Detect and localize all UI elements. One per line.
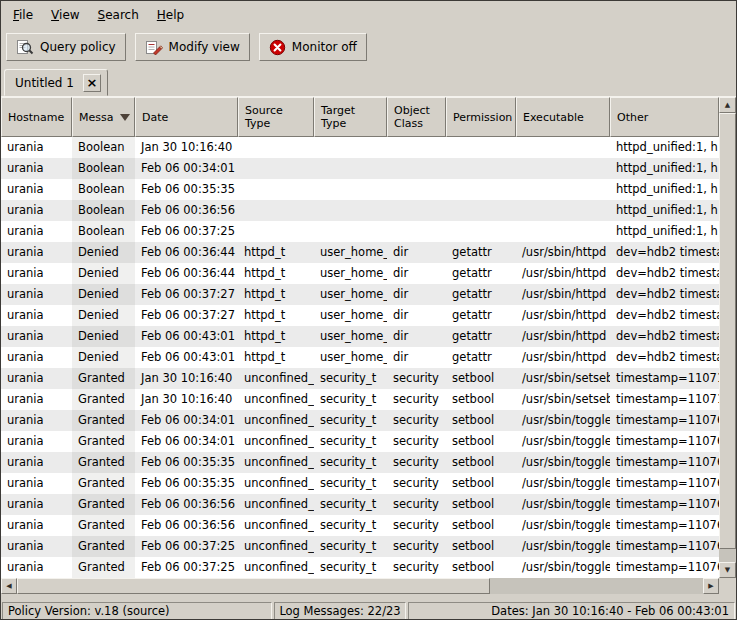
cell-message[interactable]: Granted — [72, 452, 135, 473]
column-header-object-class[interactable]: Object Class — [387, 97, 446, 137]
cell-hostname[interactable]: urania — [1, 221, 72, 242]
cell-hostname[interactable]: urania — [1, 200, 72, 221]
cell-source_type[interactable] — [238, 158, 314, 179]
cell-object_class[interactable]: security — [387, 557, 446, 578]
cell-source_type[interactable]: httpd_t — [238, 326, 314, 347]
cell-message[interactable]: Denied — [72, 263, 135, 284]
cell-date[interactable]: Jan 30 10:16:40 — [135, 389, 238, 410]
cell-source_type[interactable]: unconfined_ — [238, 557, 314, 578]
cell-hostname[interactable]: urania — [1, 179, 72, 200]
cell-permission[interactable]: getattr — [446, 284, 516, 305]
cell-message[interactable]: Granted — [72, 389, 135, 410]
cell-date[interactable]: Feb 06 00:37:25 — [135, 536, 238, 557]
cell-hostname[interactable]: urania — [1, 452, 72, 473]
cell-source_type[interactable]: httpd_t — [238, 347, 314, 368]
cell-other[interactable]: dev=hdb2 timesta — [610, 263, 719, 284]
log-row[interactable]: uraniaGrantedFeb 06 00:36:56unconfined_s… — [1, 515, 719, 536]
cell-executable[interactable]: /usr/sbin/toggle — [516, 431, 610, 452]
cell-permission[interactable]: getattr — [446, 263, 516, 284]
cell-source_type[interactable]: unconfined_ — [238, 389, 314, 410]
cell-object_class[interactable] — [387, 137, 446, 158]
cell-other[interactable]: httpd_unified:1, h — [610, 200, 719, 221]
cell-date[interactable]: Feb 06 00:35:35 — [135, 452, 238, 473]
cell-target_type[interactable] — [314, 158, 387, 179]
cell-permission[interactable]: setbool — [446, 452, 516, 473]
cell-message[interactable]: Boolean — [72, 221, 135, 242]
cell-message[interactable]: Denied — [72, 284, 135, 305]
cell-source_type[interactable]: unconfined_ — [238, 368, 314, 389]
cell-message[interactable]: Denied — [72, 347, 135, 368]
cell-executable[interactable]: /usr/sbin/toggle — [516, 452, 610, 473]
cell-permission[interactable]: getattr — [446, 242, 516, 263]
log-row[interactable]: uraniaBooleanFeb 06 00:34:01httpd_unifie… — [1, 158, 719, 179]
cell-permission[interactable]: setbool — [446, 515, 516, 536]
cell-object_class[interactable]: security — [387, 494, 446, 515]
cell-hostname[interactable]: urania — [1, 389, 72, 410]
cell-other[interactable]: timestamp=11071 — [610, 389, 719, 410]
cell-object_class[interactable]: dir — [387, 305, 446, 326]
cell-other[interactable]: timestamp=11076 — [610, 410, 719, 431]
cell-other[interactable]: timestamp=11076 — [610, 494, 719, 515]
scroll-up-button[interactable]: ▲ — [719, 97, 736, 113]
cell-target_type[interactable]: security_t — [314, 431, 387, 452]
log-row[interactable]: uraniaBooleanFeb 06 00:35:35httpd_unifie… — [1, 179, 719, 200]
cell-message[interactable]: Granted — [72, 515, 135, 536]
cell-hostname[interactable]: urania — [1, 347, 72, 368]
cell-target_type[interactable]: security_t — [314, 473, 387, 494]
cell-target_type[interactable]: security_t — [314, 368, 387, 389]
cell-date[interactable]: Feb 06 00:37:25 — [135, 221, 238, 242]
log-row[interactable]: uraniaGrantedFeb 06 00:37:25unconfined_s… — [1, 536, 719, 557]
cell-source_type[interactable] — [238, 179, 314, 200]
cell-hostname[interactable]: urania — [1, 515, 72, 536]
cell-target_type[interactable] — [314, 221, 387, 242]
cell-permission[interactable]: setbool — [446, 473, 516, 494]
cell-other[interactable]: timestamp=11076 — [610, 557, 719, 578]
cell-hostname[interactable]: urania — [1, 305, 72, 326]
cell-target_type[interactable]: user_home_ — [314, 284, 387, 305]
log-row[interactable]: uraniaDeniedFeb 06 00:37:27httpd_tuser_h… — [1, 305, 719, 326]
log-row[interactable]: uraniaGrantedFeb 06 00:34:01unconfined_s… — [1, 410, 719, 431]
log-row[interactable]: uraniaDeniedFeb 06 00:43:01httpd_tuser_h… — [1, 326, 719, 347]
cell-message[interactable]: Granted — [72, 473, 135, 494]
cell-source_type[interactable]: unconfined_ — [238, 431, 314, 452]
log-row[interactable]: uraniaGrantedFeb 06 00:35:35unconfined_s… — [1, 452, 719, 473]
cell-message[interactable]: Granted — [72, 431, 135, 452]
cell-target_type[interactable]: security_t — [314, 515, 387, 536]
cell-message[interactable]: Boolean — [72, 158, 135, 179]
cell-other[interactable]: httpd_unified:1, h — [610, 158, 719, 179]
log-row[interactable]: uraniaBooleanFeb 06 00:37:25httpd_unifie… — [1, 221, 719, 242]
cell-executable[interactable]: /usr/sbin/httpd — [516, 242, 610, 263]
cell-other[interactable]: dev=hdb2 timesta — [610, 284, 719, 305]
cell-source_type[interactable]: httpd_t — [238, 242, 314, 263]
cell-target_type[interactable]: security_t — [314, 557, 387, 578]
cell-executable[interactable]: /usr/sbin/toggle — [516, 515, 610, 536]
cell-date[interactable]: Feb 06 00:35:35 — [135, 473, 238, 494]
cell-other[interactable]: timestamp=11076 — [610, 515, 719, 536]
scroll-right-button[interactable]: ▶ — [703, 578, 719, 594]
column-header-date[interactable]: Date — [135, 97, 238, 137]
cell-message[interactable]: Denied — [72, 242, 135, 263]
cell-other[interactable]: timestamp=11071 — [610, 368, 719, 389]
cell-target_type[interactable] — [314, 179, 387, 200]
cell-target_type[interactable]: security_t — [314, 452, 387, 473]
cell-object_class[interactable]: dir — [387, 263, 446, 284]
cell-executable[interactable] — [516, 179, 610, 200]
cell-hostname[interactable]: urania — [1, 368, 72, 389]
cell-other[interactable]: timestamp=11076 — [610, 431, 719, 452]
cell-hostname[interactable]: urania — [1, 263, 72, 284]
cell-date[interactable]: Jan 30 10:16:40 — [135, 368, 238, 389]
cell-target_type[interactable] — [314, 200, 387, 221]
cell-other[interactable]: dev=hdb2 timesta — [610, 326, 719, 347]
cell-executable[interactable] — [516, 200, 610, 221]
cell-executable[interactable] — [516, 137, 610, 158]
cell-target_type[interactable]: security_t — [314, 536, 387, 557]
cell-source_type[interactable]: unconfined_ — [238, 494, 314, 515]
cell-other[interactable]: httpd_unified:1, h — [610, 137, 719, 158]
cell-source_type[interactable]: unconfined_ — [238, 536, 314, 557]
cell-date[interactable]: Feb 06 00:36:44 — [135, 263, 238, 284]
column-header-hostname[interactable]: Hostname — [1, 97, 72, 137]
cell-hostname[interactable]: urania — [1, 536, 72, 557]
cell-message[interactable]: Granted — [72, 494, 135, 515]
cell-object_class[interactable] — [387, 200, 446, 221]
cell-target_type[interactable] — [314, 137, 387, 158]
